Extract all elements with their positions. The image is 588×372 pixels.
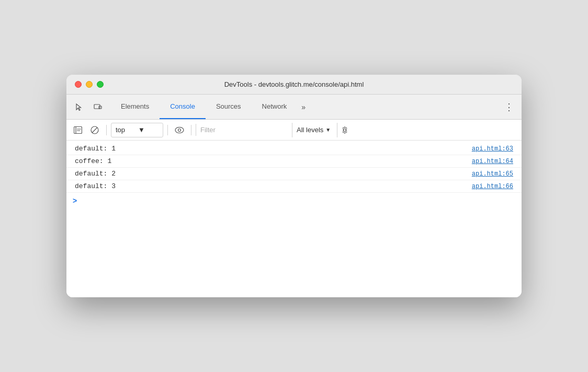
tab-console[interactable]: Console	[160, 95, 206, 119]
tab-overflow-btn[interactable]: »	[297, 95, 310, 119]
tab-icons	[71, 95, 106, 119]
filter-input[interactable]	[196, 124, 290, 136]
sidebar-icon	[74, 126, 82, 134]
console-input[interactable]	[81, 197, 515, 205]
sidebar-toggle-btn[interactable]	[71, 123, 85, 137]
log-levels-btn[interactable]: All levels ▼	[292, 123, 335, 137]
responsive-icon	[94, 103, 102, 111]
console-output: default: 1 api.html:63 coffee: 1 api.htm…	[66, 141, 522, 297]
responsive-icon-btn[interactable]	[89, 99, 106, 115]
window-title: DevTools - devtools.glitch.me/console/ap…	[224, 80, 364, 88]
console-text: default: 1	[75, 145, 116, 153]
toolbar-divider-1	[106, 125, 107, 135]
console-row: default: 2 api.html:65	[66, 168, 522, 180]
tab-bar: Elements Console Sources Network » ⋮	[66, 95, 522, 120]
context-arrow-icon: ▼	[138, 126, 159, 134]
console-text: default: 2	[75, 170, 116, 178]
toolbar-divider-3	[191, 125, 191, 135]
clear-icon	[91, 126, 99, 134]
toolbar-divider-2	[167, 125, 168, 135]
tab-sources[interactable]: Sources	[206, 95, 252, 119]
levels-arrow-icon: ▼	[325, 127, 331, 133]
console-link[interactable]: api.html:63	[472, 145, 513, 153]
console-area: default: 1 api.html:63 coffee: 1 api.htm…	[66, 141, 522, 297]
console-toolbar: top ▼ All levels ▼	[66, 120, 522, 141]
close-button[interactable]	[75, 81, 82, 88]
tab-menu-button[interactable]: ⋮	[501, 99, 517, 115]
console-settings-btn[interactable]	[337, 123, 352, 137]
console-link[interactable]: api.html:64	[472, 158, 513, 165]
minimize-button[interactable]	[86, 81, 93, 88]
title-bar: DevTools - devtools.glitch.me/console/ap…	[66, 75, 522, 95]
console-text: default: 3	[75, 182, 116, 190]
tab-more-menu: ⋮	[501, 95, 517, 119]
live-expression-btn[interactable]	[172, 123, 187, 137]
prompt-icon: >	[73, 196, 77, 205]
maximize-button[interactable]	[97, 81, 104, 88]
eye-icon	[175, 127, 184, 133]
traffic-lights	[75, 81, 104, 88]
cursor-icon-btn[interactable]	[71, 99, 87, 115]
console-input-row: >	[66, 193, 522, 208]
cursor-icon	[75, 103, 83, 111]
console-row: coffee: 1 api.html:64	[66, 155, 522, 168]
context-selector[interactable]: top ▼	[111, 123, 163, 137]
tab-elements[interactable]: Elements	[110, 95, 160, 119]
console-link[interactable]: api.html:66	[472, 183, 513, 190]
svg-point-10	[343, 129, 346, 131]
console-text: coffee: 1	[75, 157, 111, 165]
console-link[interactable]: api.html:65	[472, 170, 513, 178]
console-row: default: 1 api.html:63	[66, 143, 522, 155]
svg-line-7	[92, 127, 97, 133]
gear-icon	[341, 126, 349, 134]
svg-rect-2	[74, 126, 82, 133]
svg-point-9	[178, 129, 181, 131]
svg-point-8	[175, 127, 184, 133]
devtools-window: DevTools - devtools.glitch.me/console/ap…	[66, 75, 522, 297]
tabs: Elements Console Sources Network »	[110, 95, 501, 119]
tab-network[interactable]: Network	[252, 95, 298, 119]
clear-btn[interactable]	[87, 123, 102, 137]
console-row: default: 3 api.html:66	[66, 180, 522, 193]
